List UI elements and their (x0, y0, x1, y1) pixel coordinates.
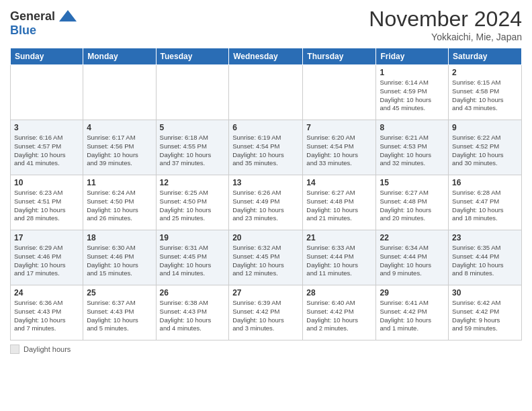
day-number: 10 (14, 178, 79, 187)
calendar-week-3: 10Sunrise: 6:23 AM Sunset: 4:51 PM Dayli… (11, 175, 522, 230)
day-info: Sunrise: 6:20 AM Sunset: 4:54 PM Dayligh… (306, 134, 372, 168)
calendar-cell-15: 15Sunrise: 6:27 AM Sunset: 4:48 PM Dayli… (376, 175, 449, 230)
calendar-cell-5: 5Sunrise: 6:18 AM Sunset: 4:55 PM Daylig… (156, 120, 229, 175)
calendar-cell-14: 14Sunrise: 6:27 AM Sunset: 4:48 PM Dayli… (303, 175, 376, 230)
calendar-cell-6: 6Sunrise: 6:19 AM Sunset: 4:54 PM Daylig… (229, 120, 303, 175)
day-info: Sunrise: 6:16 AM Sunset: 4:57 PM Dayligh… (14, 134, 79, 168)
page-container: General Blue November 2024 Yokkaichi, Mi… (0, 0, 532, 361)
logo-icon (58, 7, 78, 27)
logo: General Blue (10, 7, 78, 38)
day-number: 16 (452, 178, 518, 187)
day-number: 15 (380, 178, 445, 187)
day-info: Sunrise: 6:39 AM Sunset: 4:42 PM Dayligh… (232, 299, 299, 333)
day-info: Sunrise: 6:36 AM Sunset: 4:43 PM Dayligh… (14, 299, 79, 333)
calendar-cell-19: 19Sunrise: 6:31 AM Sunset: 4:45 PM Dayli… (156, 230, 229, 285)
calendar-cell-3: 3Sunrise: 6:16 AM Sunset: 4:57 PM Daylig… (11, 120, 83, 175)
month-title: November 2024 (369, 7, 522, 32)
day-number: 11 (87, 178, 152, 187)
day-number: 29 (380, 288, 445, 298)
calendar-cell-4: 4Sunrise: 6:17 AM Sunset: 4:56 PM Daylig… (83, 120, 156, 175)
day-info: Sunrise: 6:34 AM Sunset: 4:44 PM Dayligh… (380, 244, 445, 278)
location: Yokkaichi, Mie, Japan (369, 32, 522, 42)
day-info: Sunrise: 6:17 AM Sunset: 4:56 PM Dayligh… (87, 134, 152, 168)
calendar-cell-11: 11Sunrise: 6:24 AM Sunset: 4:50 PM Dayli… (83, 175, 156, 230)
day-info: Sunrise: 6:24 AM Sunset: 4:50 PM Dayligh… (87, 189, 152, 223)
day-number: 3 (14, 123, 79, 132)
day-number: 30 (452, 288, 518, 298)
calendar-header-wednesday: Wednesday (229, 48, 303, 65)
calendar-cell-29: 29Sunrise: 6:41 AM Sunset: 4:42 PM Dayli… (376, 285, 449, 340)
day-number: 7 (306, 123, 372, 132)
day-info: Sunrise: 6:35 AM Sunset: 4:44 PM Dayligh… (452, 244, 518, 278)
day-info: Sunrise: 6:42 AM Sunset: 4:42 PM Dayligh… (452, 299, 518, 333)
calendar-week-1: 1Sunrise: 6:14 AM Sunset: 4:59 PM Daylig… (11, 65, 522, 120)
header: General Blue November 2024 Yokkaichi, Mi… (10, 7, 522, 42)
day-number: 17 (14, 233, 79, 242)
day-info: Sunrise: 6:14 AM Sunset: 4:59 PM Dayligh… (380, 79, 445, 113)
calendar-cell-21: 21Sunrise: 6:33 AM Sunset: 4:44 PM Dayli… (303, 230, 376, 285)
calendar-week-4: 17Sunrise: 6:29 AM Sunset: 4:46 PM Dayli… (11, 230, 522, 285)
calendar-header-row: SundayMondayTuesdayWednesdayThursdayFrid… (11, 48, 522, 65)
day-info: Sunrise: 6:25 AM Sunset: 4:50 PM Dayligh… (160, 189, 226, 223)
day-info: Sunrise: 6:28 AM Sunset: 4:47 PM Dayligh… (452, 189, 518, 223)
calendar-cell-1: 1Sunrise: 6:14 AM Sunset: 4:59 PM Daylig… (376, 65, 449, 120)
day-info: Sunrise: 6:37 AM Sunset: 4:43 PM Dayligh… (87, 299, 152, 333)
calendar-cell-12: 12Sunrise: 6:25 AM Sunset: 4:50 PM Dayli… (156, 175, 229, 230)
day-info: Sunrise: 6:41 AM Sunset: 4:42 PM Dayligh… (380, 299, 445, 333)
calendar-cell-empty (156, 65, 229, 120)
day-number: 9 (452, 123, 518, 132)
day-info: Sunrise: 6:33 AM Sunset: 4:44 PM Dayligh… (306, 244, 372, 278)
calendar-cell-17: 17Sunrise: 6:29 AM Sunset: 4:46 PM Dayli… (11, 230, 83, 285)
calendar-cell-26: 26Sunrise: 6:38 AM Sunset: 4:43 PM Dayli… (156, 285, 229, 340)
calendar-cell-18: 18Sunrise: 6:30 AM Sunset: 4:46 PM Dayli… (83, 230, 156, 285)
day-info: Sunrise: 6:15 AM Sunset: 4:58 PM Dayligh… (452, 79, 518, 113)
logo-blue: Blue (10, 24, 36, 38)
day-number: 13 (232, 178, 299, 187)
calendar-cell-empty (303, 65, 376, 120)
calendar-table: SundayMondayTuesdayWednesdayThursdayFrid… (10, 48, 522, 340)
logo-general: General (10, 10, 55, 24)
calendar-cell-8: 8Sunrise: 6:21 AM Sunset: 4:53 PM Daylig… (376, 120, 449, 175)
day-number: 24 (14, 288, 79, 298)
day-number: 28 (306, 288, 372, 298)
day-number: 23 (452, 233, 518, 242)
day-number: 4 (87, 123, 152, 132)
calendar-cell-27: 27Sunrise: 6:39 AM Sunset: 4:42 PM Dayli… (229, 285, 303, 340)
day-info: Sunrise: 6:38 AM Sunset: 4:43 PM Dayligh… (160, 299, 226, 333)
calendar-cell-28: 28Sunrise: 6:40 AM Sunset: 4:42 PM Dayli… (303, 285, 376, 340)
calendar-week-5: 24Sunrise: 6:36 AM Sunset: 4:43 PM Dayli… (11, 285, 522, 340)
calendar-cell-7: 7Sunrise: 6:20 AM Sunset: 4:54 PM Daylig… (303, 120, 376, 175)
calendar-header-sunday: Sunday (11, 48, 83, 65)
day-number: 12 (160, 178, 226, 187)
day-info: Sunrise: 6:30 AM Sunset: 4:46 PM Dayligh… (87, 244, 152, 278)
calendar-cell-empty (83, 65, 156, 120)
day-info: Sunrise: 6:18 AM Sunset: 4:55 PM Dayligh… (160, 134, 226, 168)
day-info: Sunrise: 6:29 AM Sunset: 4:46 PM Dayligh… (14, 244, 79, 278)
day-info: Sunrise: 6:31 AM Sunset: 4:45 PM Dayligh… (160, 244, 226, 278)
day-number: 20 (232, 233, 299, 242)
calendar-cell-9: 9Sunrise: 6:22 AM Sunset: 4:52 PM Daylig… (449, 120, 522, 175)
calendar-cell-2: 2Sunrise: 6:15 AM Sunset: 4:58 PM Daylig… (449, 65, 522, 120)
calendar-header-monday: Monday (83, 48, 156, 65)
day-info: Sunrise: 6:27 AM Sunset: 4:48 PM Dayligh… (380, 189, 445, 223)
day-info: Sunrise: 6:22 AM Sunset: 4:52 PM Dayligh… (452, 134, 518, 168)
calendar-cell-empty (229, 65, 303, 120)
calendar-header-saturday: Saturday (449, 48, 522, 65)
calendar-cell-24: 24Sunrise: 6:36 AM Sunset: 4:43 PM Dayli… (11, 285, 83, 340)
day-number: 2 (452, 68, 518, 77)
calendar-cell-23: 23Sunrise: 6:35 AM Sunset: 4:44 PM Dayli… (449, 230, 522, 285)
day-info: Sunrise: 6:32 AM Sunset: 4:45 PM Dayligh… (232, 244, 299, 278)
day-number: 5 (160, 123, 226, 132)
day-number: 8 (380, 123, 445, 132)
day-info: Sunrise: 6:40 AM Sunset: 4:42 PM Dayligh… (306, 299, 372, 333)
day-number: 25 (87, 288, 152, 298)
title-section: November 2024 Yokkaichi, Mie, Japan (369, 7, 522, 42)
calendar-cell-13: 13Sunrise: 6:26 AM Sunset: 4:49 PM Dayli… (229, 175, 303, 230)
calendar-cell-10: 10Sunrise: 6:23 AM Sunset: 4:51 PM Dayli… (11, 175, 83, 230)
day-info: Sunrise: 6:26 AM Sunset: 4:49 PM Dayligh… (232, 189, 299, 223)
day-number: 14 (306, 178, 372, 187)
day-number: 6 (232, 123, 299, 132)
day-number: 18 (87, 233, 152, 242)
day-number: 19 (160, 233, 226, 242)
calendar-header-thursday: Thursday (303, 48, 376, 65)
